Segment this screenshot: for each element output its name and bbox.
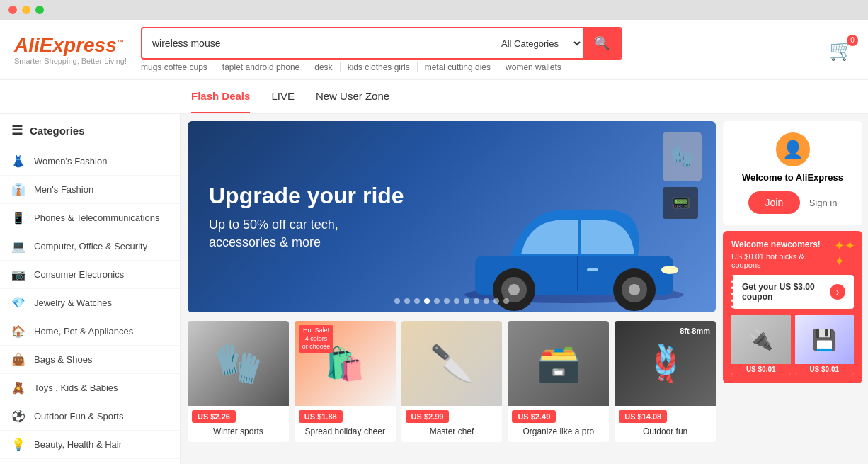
dot-9[interactable] xyxy=(474,298,479,304)
minimize-button[interactable] xyxy=(22,6,30,14)
right-panel: 👤 Welcome to AliExpress Join Sign in ✦✦✦… xyxy=(723,114,868,464)
search-input[interactable] xyxy=(142,30,491,56)
center-content: Upgrade your ride Up to 50% off car tech… xyxy=(181,114,723,464)
dot-12[interactable] xyxy=(503,298,509,304)
suggestion-1[interactable]: taplet android phone xyxy=(215,62,307,72)
hot-pick-0[interactable]: 🔌 US $0.01 xyxy=(731,315,791,375)
logo[interactable]: AliExpress™ Smarter Shopping, Better Liv… xyxy=(14,34,127,65)
banner-accessories: 🧤 📟 xyxy=(663,132,702,219)
dot-6[interactable] xyxy=(444,298,450,304)
search-button[interactable]: 🔍 xyxy=(583,28,621,58)
product-label-2: Master chef xyxy=(401,425,503,442)
user-avatar: 👤 xyxy=(776,132,810,166)
category-select[interactable]: All Categories xyxy=(491,30,583,57)
hot-pick-price-0: US $0.01 xyxy=(731,364,791,375)
dot-4[interactable] xyxy=(424,298,430,304)
suggestion-5[interactable]: women wallets xyxy=(498,62,569,72)
svg-point-8 xyxy=(661,266,678,274)
product-price-4: US $14.08 xyxy=(619,410,667,423)
maximize-button[interactable] xyxy=(35,6,44,14)
dot-11[interactable] xyxy=(493,298,499,304)
coupon-arrow-icon: › xyxy=(830,284,845,300)
electronics-icon: 📷 xyxy=(11,268,25,281)
logo-name: AliExpress xyxy=(14,34,117,56)
suggestion-0[interactable]: mugs coffee cups xyxy=(141,62,215,72)
product-price-1: US $1.88 xyxy=(299,410,343,423)
sidebar: ☰ Categories 👗 Women's Fashion 👔 Men's F… xyxy=(0,114,181,464)
sidebar-item-beauty[interactable]: 💡 Beauty, Health & Hair xyxy=(0,431,180,459)
home-icon: 🏠 xyxy=(11,324,25,338)
sidebar-item-phones[interactable]: 📱 Phones & Telecommunications xyxy=(0,204,180,232)
womens-fashion-icon: 👗 xyxy=(11,154,25,168)
product-img-1: Hot Sale!4 colorsor choose 🛍️ xyxy=(295,321,396,406)
banner-subtitle: Up to 50% off car tech,accessories & mor… xyxy=(209,216,404,251)
hot-pick-1[interactable]: 💾 US $0.01 xyxy=(795,315,855,375)
car-illustration xyxy=(454,171,695,312)
sidebar-item-automobiles[interactable]: 🚗 Automobiles & Motorcycles xyxy=(0,459,180,464)
product-card-1[interactable]: Hot Sale!4 colorsor choose 🛍️ US $1.88 S… xyxy=(295,321,396,442)
banner-text: Upgrade your ride Up to 50% off car tech… xyxy=(188,161,426,273)
sidebar-title: Categories xyxy=(30,125,85,137)
suggestion-4[interactable]: metal cutting dies xyxy=(418,62,498,72)
product-card-3[interactable]: 🗃️ US $2.49 Organize like a pro xyxy=(508,321,609,442)
product-price-0: US $2.26 xyxy=(192,410,236,423)
sidebar-header: ☰ Categories xyxy=(0,114,180,147)
product-label-0: Winter sports xyxy=(188,425,289,442)
nav-new-user-zone[interactable]: New User Zone xyxy=(316,80,389,113)
welcome-title: Welcome to AliExpress xyxy=(734,172,851,183)
product-card-2[interactable]: 🔪 US $2.99 Master chef xyxy=(401,321,503,442)
product-card-0[interactable]: 🧤 US $2.26 Winter sports xyxy=(188,321,289,442)
dot-7[interactable] xyxy=(454,298,459,304)
computer-icon: 💻 xyxy=(11,239,25,253)
suggestion-2[interactable]: desk xyxy=(307,62,340,72)
sidebar-item-computer[interactable]: 💻 Computer, Office & Security xyxy=(0,232,180,261)
dot-1[interactable] xyxy=(394,298,400,304)
nav-live[interactable]: LIVE xyxy=(271,80,295,113)
dot-2[interactable] xyxy=(404,298,410,304)
product-price-2: US $2.99 xyxy=(406,410,450,423)
hamburger-icon: ☰ xyxy=(11,123,23,138)
banner-title: Upgrade your ride xyxy=(209,182,404,209)
product-img-2: 🔪 xyxy=(401,321,503,406)
dot-5[interactable] xyxy=(434,298,440,304)
outdoor-icon: ⚽ xyxy=(11,409,25,423)
product-price-3: US $2.49 xyxy=(512,410,556,423)
beauty-icon: 💡 xyxy=(11,438,25,451)
hot-pick-img-1: 💾 xyxy=(795,315,855,364)
cart-button[interactable]: 🛒 0 xyxy=(829,38,854,62)
dot-3[interactable] xyxy=(414,298,420,304)
sidebar-item-womens-fashion[interactable]: 👗 Women's Fashion xyxy=(0,147,180,176)
diamond-decoration: ✦✦✦ xyxy=(834,238,855,269)
navbar: Flash Deals LIVE New User Zone xyxy=(0,80,868,114)
svg-point-7 xyxy=(629,284,640,295)
svg-rect-10 xyxy=(587,268,598,271)
sidebar-item-outdoor[interactable]: ⚽ Outdoor Fun & Sports xyxy=(0,402,180,431)
search-area: All Categories 🔍 mugs coffee cups taplet… xyxy=(141,27,808,72)
product-card-4[interactable]: 8ft-8mm 🪢 US $14.08 Outdoor fun xyxy=(615,321,716,442)
suggestion-3[interactable]: kids clothes girls xyxy=(341,62,418,72)
cart-count: 0 xyxy=(847,35,858,46)
coupon-text: Get your US $3.00coupon xyxy=(742,282,815,302)
hero-banner[interactable]: Upgrade your ride Up to 50% off car tech… xyxy=(188,121,716,312)
close-button[interactable] xyxy=(8,6,17,14)
jewelry-icon: 💎 xyxy=(11,296,25,310)
coupon-box[interactable]: Get your US $3.00coupon › xyxy=(731,275,854,309)
logo-text: AliExpress™ xyxy=(14,34,127,57)
sidebar-item-toys[interactable]: 🧸 Toys , Kids & Babies xyxy=(0,374,180,402)
sidebar-item-consumer-electronics[interactable]: 📷 Consumer Electronics xyxy=(0,261,180,289)
dot-10[interactable] xyxy=(484,298,489,304)
welcome-box: 👤 Welcome to AliExpress Join Sign in xyxy=(723,121,862,225)
nav-flash-deals[interactable]: Flash Deals xyxy=(191,80,250,113)
sidebar-item-mens-fashion[interactable]: 👔 Men's Fashion xyxy=(0,176,180,204)
product-label-4: Outdoor fun xyxy=(615,425,716,442)
join-button[interactable]: Join xyxy=(748,191,801,214)
product-label-3: Organize like a pro xyxy=(508,425,609,442)
hot-pick-price-1: US $0.01 xyxy=(795,364,855,375)
signin-link[interactable]: Sign in xyxy=(809,198,838,208)
dot-8[interactable] xyxy=(464,298,469,304)
sidebar-item-jewelry[interactable]: 💎 Jewelry & Watches xyxy=(0,289,180,317)
sidebar-item-bags[interactable]: 👜 Bags & Shoes xyxy=(0,346,180,374)
size-label: 8ft-8mm xyxy=(680,327,710,335)
hot-pick-img-0: 🔌 xyxy=(731,315,791,364)
sidebar-item-home[interactable]: 🏠 Home, Pet & Appliances xyxy=(0,317,180,346)
